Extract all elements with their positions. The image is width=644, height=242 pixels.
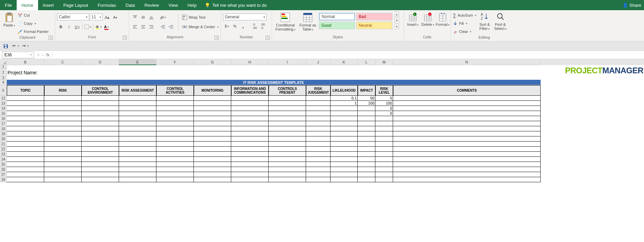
cell-B12[interactable] — [7, 96, 44, 101]
cell-H13[interactable] — [231, 101, 269, 106]
cell[interactable] — [7, 65, 44, 69]
cell-I19[interactable] — [269, 131, 306, 136]
cell-B24[interactable] — [7, 157, 44, 162]
cell-I13[interactable] — [269, 101, 306, 106]
cell-B19[interactable] — [7, 131, 44, 136]
row-header-3[interactable]: 3 — [0, 76, 7, 80]
comma-button[interactable]: , — [239, 22, 247, 30]
header-4[interactable]: CONTROL ACTIVITIES — [156, 85, 194, 96]
cell-D15[interactable] — [82, 111, 119, 116]
cell-E25[interactable] — [119, 162, 156, 167]
cell-N12[interactable] — [393, 96, 541, 101]
cell-D18[interactable] — [82, 126, 119, 131]
cell-F22[interactable] — [156, 147, 194, 152]
cell-K12[interactable]: 0.1 — [331, 96, 358, 101]
row-header-16[interactable]: 16 — [0, 116, 7, 121]
increase-decimal-button[interactable]: .0.00 — [251, 22, 258, 30]
cell[interactable] — [7, 76, 44, 80]
cell-E12[interactable] — [119, 96, 156, 101]
cell-E15[interactable] — [119, 111, 156, 116]
cell-J15[interactable] — [306, 111, 331, 116]
tab-page-layout[interactable]: Page Layout — [58, 0, 93, 10]
cell-F14[interactable] — [156, 106, 194, 111]
cell-E17[interactable] — [119, 121, 156, 126]
italic-button[interactable]: I — [65, 23, 73, 31]
cell-J20[interactable] — [306, 136, 331, 142]
cell-I12[interactable] — [269, 96, 306, 101]
cell-N13[interactable] — [393, 101, 541, 106]
cell-F21[interactable] — [156, 142, 194, 147]
find-select-button[interactable]: Find & Select — [493, 12, 508, 32]
cell-I22[interactable] — [269, 147, 306, 152]
cell-E18[interactable] — [119, 126, 156, 131]
col-header-K[interactable]: K — [331, 59, 358, 65]
delete-cells-button[interactable]: × Delete — [421, 12, 435, 28]
tab-data[interactable]: Data — [121, 0, 139, 10]
cell-J14[interactable] — [306, 106, 331, 111]
row-header-4[interactable]: 4 — [0, 80, 7, 85]
undo-button[interactable] — [12, 42, 19, 50]
cell-J26[interactable] — [306, 167, 331, 172]
row-header-12[interactable]: 12 — [0, 96, 7, 101]
cell-C12[interactable] — [44, 96, 82, 101]
cell-K28[interactable] — [331, 177, 358, 182]
header-7[interactable]: CONTROLS PRESENT — [269, 85, 306, 96]
cell[interactable] — [269, 76, 306, 80]
cell-E14[interactable] — [119, 106, 156, 111]
cell-L16[interactable] — [358, 116, 375, 121]
cell-I20[interactable] — [269, 136, 306, 142]
cell-D28[interactable] — [82, 177, 119, 182]
decrease-indent-button[interactable] — [159, 23, 167, 31]
header-3[interactable]: RISK ASSESSMENT — [119, 85, 156, 96]
cell-J22[interactable] — [306, 147, 331, 152]
borders-button[interactable] — [84, 23, 91, 31]
font-color-button[interactable]: A — [103, 23, 110, 31]
cell-G23[interactable] — [194, 152, 231, 157]
cell-E19[interactable] — [119, 131, 156, 136]
cell-G12[interactable] — [194, 96, 231, 101]
cell-D19[interactable] — [82, 131, 119, 136]
number-launcher[interactable]: ↘ — [266, 36, 270, 40]
redo-button[interactable] — [21, 42, 29, 50]
col-header-M[interactable]: M — [375, 59, 393, 65]
row-header-22[interactable]: 22 — [0, 147, 7, 152]
cell-F20[interactable] — [156, 136, 194, 142]
cell-H25[interactable] — [231, 162, 269, 167]
cell-N18[interactable] — [393, 126, 541, 131]
cell-J12[interactable] — [306, 96, 331, 101]
cell-F18[interactable] — [156, 126, 194, 131]
cell-B17[interactable] — [7, 121, 44, 126]
cell-G13[interactable] — [194, 101, 231, 106]
cell-K13[interactable]: 1 — [331, 101, 358, 106]
row-header-1[interactable]: 1 — [0, 65, 7, 69]
row-header-17[interactable]: 17 — [0, 121, 7, 126]
decrease-font-button[interactable]: A▾ — [112, 14, 119, 21]
font-name-combo[interactable]: Calibri▾ — [57, 14, 89, 20]
cell-C22[interactable] — [44, 147, 82, 152]
cell-I16[interactable] — [269, 116, 306, 121]
cell-H14[interactable] — [231, 106, 269, 111]
cell-E21[interactable] — [119, 142, 156, 147]
conditional-formatting-button[interactable]: Conditional Formatting — [274, 12, 297, 33]
cell-F26[interactable] — [156, 167, 194, 172]
cell-L17[interactable] — [358, 121, 375, 126]
cell-L22[interactable] — [358, 147, 375, 152]
cell-N15[interactable] — [393, 111, 541, 116]
cell-F16[interactable] — [156, 116, 194, 121]
cell-B28[interactable] — [7, 177, 44, 182]
cell-B13[interactable] — [7, 101, 44, 106]
cell-C28[interactable] — [44, 177, 82, 182]
cell[interactable] — [156, 76, 194, 80]
tab-help[interactable]: Help — [183, 0, 201, 10]
sort-filter-button[interactable]: AZ Sort & Filter — [478, 12, 491, 32]
cell-L24[interactable] — [358, 157, 375, 162]
fill-color-button[interactable] — [95, 23, 102, 31]
cell-D23[interactable] — [82, 152, 119, 157]
row-header-13[interactable]: 13 — [0, 101, 7, 106]
cell[interactable] — [194, 65, 231, 69]
cell-L19[interactable] — [358, 131, 375, 136]
cell-I26[interactable] — [269, 167, 306, 172]
cell-C25[interactable] — [44, 162, 82, 167]
cell[interactable] — [358, 65, 375, 69]
cell-C14[interactable] — [44, 106, 82, 111]
